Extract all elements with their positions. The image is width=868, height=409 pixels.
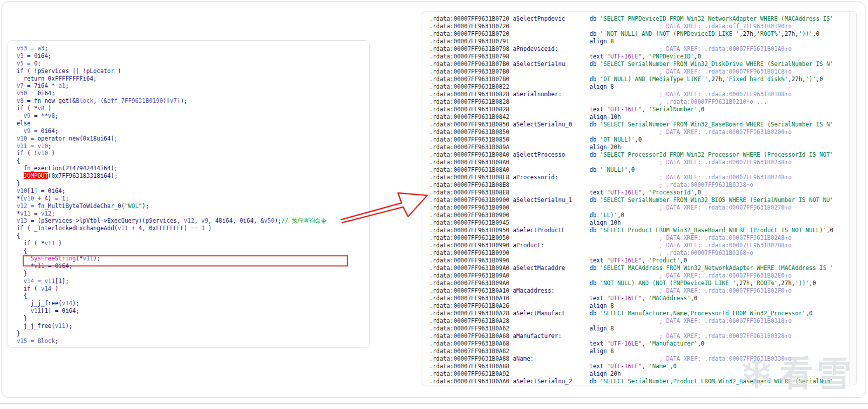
code-line[interactable]: if ( !pServices || !pLocator ) bbox=[17, 67, 327, 75]
code-line[interactable]: .rdata:00007FF9631B0990 text "UTF-16LE",… bbox=[429, 257, 833, 264]
code-line[interactable]: .rdata:00007FF9631B07B0 aSelectSerialnu … bbox=[429, 60, 833, 68]
code-line[interactable]: .rdata:00007FF9631B0AA0 aSelectSerialnu_… bbox=[429, 378, 833, 385]
code-line[interactable]: .rdata:00007FF9631B0A28 ; DATA XREF: .rd… bbox=[429, 317, 833, 325]
code-line[interactable]: v14 = v11[1]; bbox=[17, 278, 327, 285]
code-line[interactable]: v5 = 0; bbox=[17, 60, 327, 67]
code-line[interactable]: *v11 = v12; bbox=[17, 210, 327, 218]
code-line[interactable]: { bbox=[17, 292, 327, 300]
code-line[interactable]: *(v10 + 4) = 1; bbox=[17, 195, 327, 202]
screenshot-stage: v53 = a3;v3 = 0i64;v5 = 0;if ( !pService… bbox=[0, 0, 868, 409]
code-line[interactable]: .rdata:00007FF9631B0850 ; DATA XREF: .rd… bbox=[429, 128, 833, 136]
code-line[interactable]: .rdata:00007FF9631B08A0 aSelectProcesso … bbox=[429, 151, 833, 159]
code-line[interactable]: v7 = 7i64 * a1; bbox=[17, 82, 327, 90]
code-line[interactable]: j_j_free(v11); bbox=[17, 322, 327, 330]
code-line[interactable]: return 0xFFFFFFFFi64; bbox=[17, 75, 327, 83]
code-line[interactable]: .rdata:00007FF9631B0945 align 10h bbox=[429, 219, 833, 227]
code-line[interactable]: .rdata:00007FF9631B0720 db ' NOT NULL) A… bbox=[429, 30, 833, 38]
page-bottom-divider bbox=[0, 403, 868, 404]
code-line[interactable]: .rdata:00007FF9631B0828 aSerialnumber: ;… bbox=[429, 91, 833, 98]
code-line[interactable]: .rdata:00007FF9631B0A82 align 8 bbox=[429, 348, 833, 355]
code-line[interactable]: if ( _InterlockedExchangeAdd(v11 + 4, 0x… bbox=[17, 225, 327, 232]
code-line[interactable]: { bbox=[17, 247, 327, 255]
code-line[interactable]: fn_exection(2147942414i64); bbox=[17, 165, 327, 172]
code-line[interactable]: v3 = 0i64; bbox=[17, 52, 327, 60]
code-line[interactable]: .rdata:00007FF9631B0990 ; .rdata:00007FF… bbox=[429, 249, 833, 257]
code-line[interactable]: .rdata:00007FF9631B0A10 aMacaddress: ; D… bbox=[429, 287, 833, 295]
code-line[interactable]: .rdata:00007FF9631B0791 align 8 bbox=[429, 38, 833, 45]
code-line[interactable]: { bbox=[17, 232, 327, 240]
code-line[interactable]: v11[1] = 0i64; bbox=[17, 307, 327, 315]
code-line[interactable]: v10[1] = 0i64; bbox=[17, 187, 327, 195]
code-line[interactable]: .rdata:00007FF9631B08E8 text "UTF-16LE",… bbox=[429, 189, 833, 196]
code-line[interactable]: v53 = a3; bbox=[17, 45, 327, 52]
code-line[interactable]: .rdata:00007FF9631B09A0 ; DATA XREF: .rd… bbox=[429, 272, 833, 280]
code-line[interactable]: *v11 = 0i64; bbox=[17, 262, 327, 270]
code-line[interactable]: .rdata:00007FF9631B0900 aSelectSerialnu_… bbox=[429, 196, 833, 204]
code-line[interactable]: .rdata:00007FF9631B0A88 aName: ; DATA XR… bbox=[429, 355, 833, 363]
code-line[interactable]: .rdata:00007FF9631B0720 ; DATA XREF: .rd… bbox=[429, 23, 833, 30]
code-line[interactable]: .rdata:00007FF9631B0950 ; DATA XREF: .rd… bbox=[429, 234, 833, 242]
pseudocode-listing[interactable]: v53 = a3;v3 = 0i64;v5 = 0;if ( !pService… bbox=[17, 45, 327, 345]
code-line[interactable]: v12 = fn_MultiByteToWideChar_0("WQL"); bbox=[17, 202, 327, 210]
code-line[interactable]: .rdata:00007FF9631B07B0 db 'OT NULL) AND… bbox=[429, 76, 833, 83]
code-line[interactable]: .rdata:00007FF9631B0798 text "UTF-16LE",… bbox=[429, 53, 833, 60]
code-line[interactable]: } bbox=[17, 270, 327, 278]
code-line[interactable]: v8 = fn_new_get(&Block, (&off_7FF9631B01… bbox=[17, 97, 327, 105]
code-line[interactable]: .rdata:00007FF9631B0828 ; .rdata:00007FF… bbox=[429, 98, 833, 106]
rdata-scrollbar[interactable] bbox=[849, 12, 856, 385]
code-line[interactable]: v10 = operator new(0x18ui64); bbox=[17, 135, 327, 143]
code-line[interactable]: if ( !v10 ) bbox=[17, 150, 327, 157]
code-line[interactable]: .rdata:00007FF9631B0828 text "UTF-16LE",… bbox=[429, 106, 833, 113]
code-line[interactable]: .rdata:00007FF9631B07B0 ; DATA XREF: .rd… bbox=[429, 68, 833, 76]
code-line[interactable]: .rdata:00007FF9631B0A68 text "UTF-16LE",… bbox=[429, 340, 833, 348]
code-line[interactable]: .rdata:00007FF9631B09A0 db 'NOT NULL) AN… bbox=[429, 280, 833, 287]
annotation-arrow-icon bbox=[337, 187, 431, 228]
code-line[interactable]: else bbox=[17, 120, 327, 127]
code-line[interactable]: .rdata:00007FF9631B0900 db 'LL)',0 bbox=[429, 212, 833, 219]
code-line[interactable]: v11 = v10; bbox=[17, 143, 327, 150]
code-line[interactable]: SysFreeString(*v11); bbox=[17, 255, 327, 262]
code-line[interactable]: v15 = Block; bbox=[17, 337, 327, 345]
pseudocode-panel[interactable]: v53 = a3;v3 = 0i64;v5 = 0;if ( !pService… bbox=[8, 40, 370, 348]
code-line[interactable]: .rdata:00007FF9631B0900 ; DATA XREF: .rd… bbox=[429, 204, 833, 212]
code-line[interactable]: .rdata:00007FF9631B09A0 aSelectMacaddre … bbox=[429, 264, 833, 272]
code-line[interactable]: JUMPOUT(0x7FF963183318i64); bbox=[17, 172, 327, 180]
code-line[interactable]: .rdata:00007FF9631B0990 aProduct: ; DATA… bbox=[429, 242, 833, 249]
code-line[interactable]: .rdata:00007FF9631B0798 aPnpdeviceid: ; … bbox=[429, 45, 833, 53]
code-line[interactable]: .rdata:00007FF9631B0A92 align 20h bbox=[429, 370, 833, 378]
code-line[interactable]: .rdata:00007FF9631B08E8 ; .rdata:00007FF… bbox=[429, 181, 833, 189]
code-line[interactable]: } bbox=[17, 330, 327, 337]
code-line[interactable]: .rdata:00007FF9631B089A align 20h bbox=[429, 144, 833, 151]
code-line[interactable]: .rdata:00007FF9631B0A10 text "UTF-16LE",… bbox=[429, 295, 833, 302]
code-line[interactable]: if ( v14 ) bbox=[17, 285, 327, 293]
code-line[interactable]: .rdata:00007FF9631B0720 aSelectPnpdevic … bbox=[429, 15, 833, 23]
code-line[interactable]: .rdata:00007FF9631B0842 align 10h bbox=[429, 113, 833, 121]
code-line[interactable]: } bbox=[17, 180, 327, 187]
code-line[interactable]: .rdata:00007FF9631B0A26 align 8 bbox=[429, 302, 833, 310]
code-line[interactable]: { bbox=[17, 157, 327, 165]
code-line[interactable]: v50 = 0i64; bbox=[17, 90, 327, 97]
code-line[interactable]: v9 = **v8; bbox=[17, 112, 327, 120]
code-line[interactable]: .rdata:00007FF9631B08A0 ; DATA XREF: .rd… bbox=[429, 159, 833, 166]
code-line[interactable]: .rdata:00007FF9631B0850 aSelectSerialnu_… bbox=[429, 121, 833, 128]
code-line[interactable]: .rdata:00007FF9631B0850 db 'OT NULL)',0 bbox=[429, 136, 833, 144]
code-line[interactable]: .rdata:00007FF9631B0A62 align 8 bbox=[429, 325, 833, 332]
code-line[interactable]: if ( *v8 ) bbox=[17, 105, 327, 112]
code-line[interactable]: .rdata:00007FF9631B0A28 aSelectManufact … bbox=[429, 310, 833, 317]
code-line[interactable]: .rdata:00007FF9631B0822 align 8 bbox=[429, 83, 833, 91]
code-line[interactable]: v13 = (pServices->lpVtbl->ExecQuery)(pSe… bbox=[17, 217, 327, 225]
code-line[interactable]: } bbox=[17, 315, 327, 322]
code-line[interactable]: .rdata:00007FF9631B0A68 aManufacturer: ;… bbox=[429, 332, 833, 340]
code-line[interactable]: .rdata:00007FF9631B0950 aSelectProductF … bbox=[429, 227, 833, 234]
code-line[interactable]: .rdata:00007FF9631B08A0 db ' NULL)',0 bbox=[429, 166, 833, 174]
rdata-listing[interactable]: .rdata:00007FF9631B0720 aSelectPnpdevic … bbox=[429, 15, 833, 385]
code-line[interactable]: .rdata:00007FF9631B08E8 aProcessorid: ; … bbox=[429, 174, 833, 181]
code-line[interactable]: v9 = 0i64; bbox=[17, 127, 327, 135]
code-line[interactable]: .rdata:00007FF9631B0A88 text "UTF-16LE",… bbox=[429, 363, 833, 370]
code-line[interactable]: j_j_free(v14); bbox=[17, 300, 327, 307]
rdata-panel[interactable]: .rdata:00007FF9631B0720 aSelectPnpdevic … bbox=[422, 11, 857, 385]
code-line[interactable]: if ( *v11 ) bbox=[17, 240, 327, 247]
